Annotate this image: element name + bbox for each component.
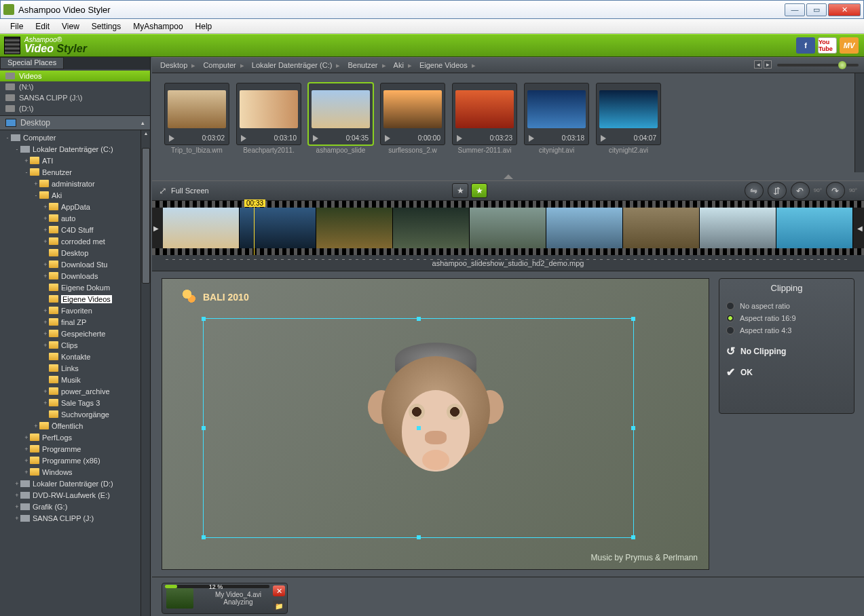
no-clipping-button[interactable]: ↺No Clipping [726,345,847,358]
video-preview[interactable]: BALI 2010 Music by Prymus & Perlmann [162,278,709,570]
tree-node[interactable]: +Öffentlich [0,420,150,431]
tree-node[interactable]: Eigene Videos [0,293,150,305]
expand-icon: ⤢ [159,185,167,196]
radio-aspect-43[interactable]: Aspect ratio 4:3 [726,324,847,336]
thumbs-scrollbar[interactable] [854,73,864,172]
tree-node[interactable]: +AppData [0,201,150,212]
tree-node[interactable]: -Lokaler Datenträger (C:) [0,143,150,155]
tree-node[interactable]: +final ZP [0,316,150,328]
facebook-button[interactable]: f [796,37,815,54]
menu-myashampoo[interactable]: MyAshampoo [127,20,189,33]
tree-node[interactable]: +SANSA CLIPP (J:) [0,512,150,524]
tree-node[interactable]: Desktop [0,247,150,258]
tree-node[interactable]: Links [0,362,150,374]
clipping-rectangle[interactable] [203,318,634,538]
tree-scrollbar[interactable]: ▴ [140,130,150,616]
video-thumb[interactable]: 0:03:18citynight.avi [524,83,589,172]
window-titlebar: Ashampoo Video Styler — ▭ ✕ [0,0,864,19]
export-save-button[interactable]: 📁 [273,600,285,611]
tree-node[interactable]: +Lokaler Datenträger (D:) [0,478,150,489]
drive-item[interactable]: Videos [0,71,150,81]
export-percent: 12 % [162,583,269,590]
menu-bar: File Edit View Settings MyAshampoo Help [0,19,864,34]
monitor-icon [5,119,16,127]
tree-node[interactable]: +Programme (x86) [0,455,150,466]
menu-file[interactable]: File [4,20,29,33]
export-filename: My Video_4.avi [193,591,283,598]
favorite-active-button[interactable]: ★ [471,183,487,198]
timeline-play-right[interactable]: ◀ [857,225,863,232]
tree-node[interactable]: +Download Stu [0,258,150,270]
zoom-slider[interactable] [777,64,859,66]
rotate-right-button[interactable]: ↷ [826,182,845,199]
drive-item[interactable]: SANSA CLIPP (J:\) [0,92,150,103]
breadcrumb-segment[interactable]: Lokaler Datenträger (C:) ▸ [249,61,345,69]
flip-horizontal-button[interactable]: ⇋ [745,182,764,199]
tree-node[interactable]: Kontakte [0,351,150,362]
tree-node[interactable]: +administrator [0,178,150,189]
youtube-button[interactable]: You Tube [818,37,837,54]
myvideo-button[interactable]: MV [840,37,859,54]
video-thumb[interactable]: 0:03:10Beachparty2011. [236,83,301,172]
collapse-icon[interactable]: ▴ [141,119,145,126]
tree-node[interactable]: +Clips [0,339,150,351]
tree-node[interactable]: +Windows [0,466,150,478]
tab-special-places[interactable]: Special Places [0,57,64,69]
tree-node[interactable]: +Gespeicherte [0,328,150,339]
tree-node[interactable]: +power_archive [0,385,150,397]
tree-node[interactable]: Eigene Dokum [0,282,150,293]
maximize-button[interactable]: ▭ [806,3,827,16]
desktop-header[interactable]: Desktop ▴ [0,115,150,130]
rotate-left-button[interactable]: ↶ [791,182,810,199]
flip-vertical-button[interactable]: ⇵ [768,182,787,199]
drive-icon [5,105,15,112]
export-thumb [166,588,193,609]
radio-aspect-169[interactable]: Aspect ratio 16:9 [726,312,847,324]
tree-node[interactable]: +Downloads [0,270,150,282]
tree-node[interactable]: +Favoriten [0,305,150,316]
tree-node[interactable]: +corroded met [0,235,150,247]
video-thumb[interactable]: 0:04:07citynight2.avi [596,83,661,172]
tree-node[interactable]: +Programme [0,443,150,455]
video-thumb[interactable]: 0:00:00surflessons_2.w [380,83,445,172]
menu-view[interactable]: View [56,20,86,33]
breadcrumb-segment[interactable]: Benutzer ▸ [345,61,390,69]
expand-handle[interactable] [152,172,864,180]
tree-node[interactable]: +DVD-RW-Laufwerk (E:) [0,489,150,501]
menu-help[interactable]: Help [189,20,219,33]
nav-arrows[interactable]: ◂▸ [754,60,773,70]
menu-edit[interactable]: Edit [29,20,56,33]
timeline-filmstrip[interactable]: ▶ ◀ 00:33 [152,201,864,255]
menu-settings[interactable]: Settings [86,20,127,33]
breadcrumb-segment[interactable]: Desktop ▸ [157,61,200,69]
tree-node[interactable]: +Sale Tags 3 [0,397,150,408]
tree-node[interactable]: +Grafik (G:) [0,501,150,512]
breadcrumb-segment[interactable]: Eigene Videos ▸ [417,61,481,69]
minimize-button[interactable]: — [785,3,805,16]
export-cancel-button[interactable]: ✕ [273,585,285,596]
tree-node[interactable]: +PerfLogs [0,431,150,443]
tree-node[interactable]: -Computer [0,132,150,143]
tree-node[interactable]: Musik [0,374,150,385]
tree-node[interactable]: +C4D Stuff [0,224,150,235]
fullscreen-button[interactable]: ⤢Full Screen [159,185,209,196]
tree-node[interactable]: +ATI [0,155,150,166]
video-thumb[interactable]: 0:04:35ashampoo_slide [308,83,373,172]
timeline-play-left[interactable]: ▶ [153,225,159,232]
tree-node[interactable]: -Benutzer [0,166,150,178]
video-thumb[interactable]: 0:03:23Summer-2011.avi [452,83,517,172]
drive-item[interactable]: (N:\) [0,81,150,92]
tree-node[interactable]: -Aki [0,189,150,201]
breadcrumb-segment[interactable]: Computer ▸ [200,61,248,69]
breadcrumb-segment[interactable]: Aki ▸ [391,61,417,69]
tree-node[interactable]: +auto [0,212,150,224]
folder-tree: ▴ -Computer-Lokaler Datenträger (C:)+ATI… [0,130,150,616]
drive-item[interactable]: (D:\) [0,103,150,114]
favorite-button[interactable]: ★ [452,183,468,198]
ok-button[interactable]: ✔OK [726,366,847,379]
radio-no-aspect[interactable]: No aspect ratio [726,300,847,312]
tree-node[interactable]: Suchvorgänge [0,408,150,420]
video-thumb[interactable]: 0:03:02Trip_to_Ibiza.wm [164,83,229,172]
close-button[interactable]: ✕ [828,3,861,16]
timeline-marker[interactable]: 00:33 [254,201,255,255]
